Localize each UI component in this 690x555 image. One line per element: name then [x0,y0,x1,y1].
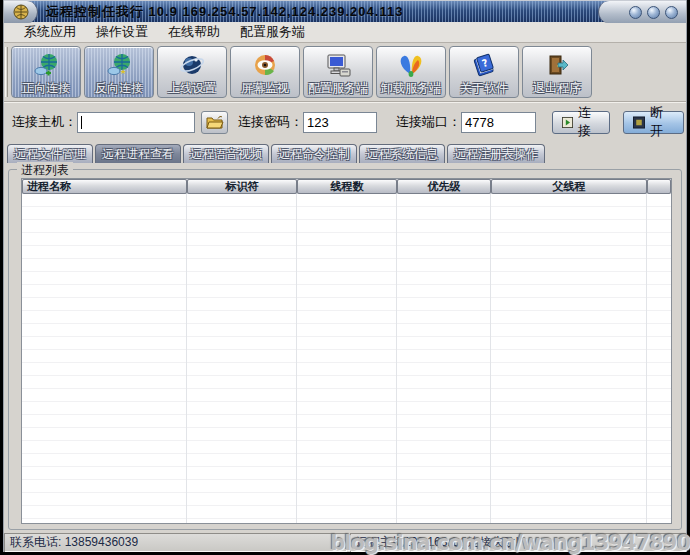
process-list-header: 进程名称 标识符 线程数 优先级 父线程 [22,179,671,194]
book-question-icon: ? [469,51,499,81]
app-icon [13,4,29,20]
tab-remote-process-view[interactable]: 远程进程查看 [95,144,181,163]
host-input[interactable] [77,112,195,133]
toolbar-grip [5,47,8,97]
status-contact-phone: 联系电话: 13859436039 [4,533,347,552]
toolbar-button-about-software[interactable]: ? 关于软件 [449,46,519,98]
column-header-filler [647,179,671,194]
menu-configure-server[interactable]: 配置服务端 [230,23,315,41]
toolbar-button-label: 上线设置 [168,81,216,95]
process-list-body[interactable] [22,194,671,523]
minimize-button[interactable] [629,6,642,19]
password-label: 连接密码： [238,113,303,131]
tab-remote-system-info[interactable]: 远程系统信息 [359,144,445,163]
window-title: 远程控制任我行 10.9 169.254.57.142,124.239.204.… [46,3,403,21]
process-list-group-label: 进程列表 [17,162,73,179]
toolbar-button-label: 退出程序 [533,81,581,95]
tab-remote-registry[interactable]: 远程注册表操作 [447,144,545,163]
toolbar-button-exit-program[interactable]: 退出程序 [522,46,592,98]
screen: 远程控制任我行 10.9 169.254.57.142,124.239.204.… [0,0,690,555]
browse-host-button[interactable] [201,111,228,134]
toolbar: 正向连接 反向连接 [4,43,686,102]
planet-icon [177,51,207,81]
column-header-thread-count[interactable]: 线程数 [297,179,397,194]
column-header-process-name[interactable]: 进程名称 [22,179,187,194]
app-window: 远程控制任我行 10.9 169.254.57.142,124.239.204.… [3,0,687,552]
window-controls [598,1,686,23]
toolbar-button-label: 反向连接 [95,81,143,95]
toolbar-button-label: 关于软件 [460,81,508,95]
menu-system-application[interactable]: 系统应用 [14,23,86,41]
menu-online-help[interactable]: 在线帮助 [158,23,230,41]
column-header-identifier[interactable]: 标识符 [187,179,297,194]
butterfly-icon [396,51,426,81]
app-icon-capsule [4,1,38,23]
disconnect-button[interactable]: 断开 [623,111,684,134]
menu-bar: 系统应用 操作设置 在线帮助 配置服务端 [4,22,686,43]
tab-strip: 远程文件管理 远程进程查看 远程语音视频 远程命令控制 远程系统信息 远程注册表… [4,142,686,163]
password-input[interactable] [303,112,377,133]
toolbar-button-online-settings[interactable]: 上线设置 [157,46,227,98]
column-header-priority[interactable]: 优先级 [397,179,491,194]
toolbar-button-label: 屏幕监视 [241,81,289,95]
menu-operation-settings[interactable]: 操作设置 [86,23,158,41]
globe-reverse-icon [104,51,134,81]
exit-door-icon [542,51,572,81]
toolbar-button-label: 卸载服务端 [381,81,441,95]
disconnect-button-label: 断开 [650,104,674,140]
column-header-parent-thread[interactable]: 父线程 [491,179,647,194]
toolbar-button-label: 正向连接 [22,81,70,95]
play-icon [562,116,573,129]
tab-remote-command-control[interactable]: 远程命令控制 [271,144,357,163]
globe-connect-icon [31,51,61,81]
toolbar-button-screen-monitor[interactable]: 屏幕监视 [230,46,300,98]
computer-icon [323,51,353,81]
title-bar: 远程控制任我行 10.9 169.254.57.142,124.239.204.… [4,0,686,22]
tab-remote-file-manager[interactable]: 远程文件管理 [7,144,93,163]
process-listview: 进程名称 标识符 线程数 优先级 父线程 [21,178,672,524]
toolbar-button-forward-connect[interactable]: 正向连接 [11,46,81,98]
toolbar-button-label: 配置服务端 [308,81,368,95]
close-button[interactable] [665,6,678,19]
port-input[interactable] [461,112,536,133]
stop-icon [633,116,645,129]
connect-button-label: 连接 [578,104,600,140]
toolbar-button-uninstall-server[interactable]: 卸载服务端 [376,46,446,98]
connect-button[interactable]: 连接 [552,111,610,134]
toolbar-button-reverse-connect[interactable]: 反向连接 [84,46,154,98]
text-caret [81,116,82,129]
port-label: 连接端口： [396,113,461,131]
process-list-groupbox: 进程列表 进程名称 标识符 线程数 优先级 父线程 [8,169,682,530]
host-label: 连接主机： [12,113,77,131]
tab-remote-voice-video[interactable]: 远程语音视频 [183,144,269,163]
watermark-text: blog.sina.com.cn/wang13947890 [330,531,690,555]
toolbar-button-configure-server[interactable]: 配置服务端 [303,46,373,98]
eye-icon [250,51,280,81]
maximize-button[interactable] [647,6,660,19]
open-folder-icon [206,115,224,130]
connection-bar: 连接主机： 连接密码： 连接端口： 连接 [4,102,686,142]
